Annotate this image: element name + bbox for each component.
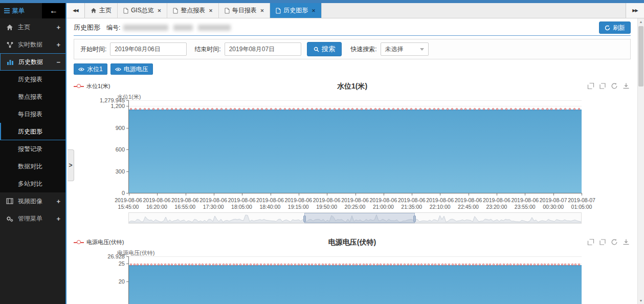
data-point-marker: [332, 264, 334, 266]
scroll-up-icon[interactable]: ▲: [638, 18, 644, 25]
data-point-marker: [139, 108, 141, 110]
data-point-marker: [431, 264, 433, 266]
x-axis-tick: [186, 193, 186, 196]
data-point-marker: [287, 264, 290, 266]
submenu-item-history-graph[interactable]: 历史图形: [0, 123, 65, 140]
restore-icon[interactable]: [611, 82, 618, 90]
sidebar-item-home[interactable]: 主页 +: [0, 18, 65, 36]
tab-home[interactable]: 主页: [85, 3, 118, 18]
submenu-item-hourly-report[interactable]: 整点报表: [0, 88, 65, 105]
data-point-marker: [424, 264, 426, 266]
refresh-button[interactable]: 刷新: [599, 21, 631, 34]
end-time-input[interactable]: [225, 42, 301, 56]
refresh-icon: [605, 25, 610, 31]
save-image-icon[interactable]: [623, 82, 630, 90]
data-point-marker: [178, 264, 180, 266]
data-point-marker: [352, 264, 354, 266]
data-point-marker: [560, 108, 562, 110]
datazoom-left-handle[interactable]: [303, 215, 306, 222]
x-axis-tick: [356, 193, 356, 196]
vertical-scrollbar[interactable]: ▲ ▼: [637, 18, 644, 304]
save-image-icon[interactable]: [623, 238, 630, 246]
submenu-item-data-compare[interactable]: 数据对比: [0, 158, 65, 175]
datazoom-slider[interactable]: [128, 212, 582, 224]
toggle-series-voltage-button[interactable]: 电源电压: [110, 63, 153, 75]
data-point-marker: [447, 108, 449, 110]
area-zoom-icon[interactable]: [587, 82, 594, 90]
x-axis-tick-label: 2019-08-0621:35:00: [398, 197, 426, 210]
sidebar-item-video[interactable]: 视频图像 +: [0, 192, 65, 210]
submenu-item-history-report[interactable]: 历史报表: [0, 71, 65, 88]
gridline: [129, 256, 582, 257]
toggle-series-water-level-button[interactable]: 水位1: [74, 63, 107, 75]
close-icon[interactable]: ✕: [260, 8, 264, 13]
submenu-item-multistation-compare[interactable]: 多站对比: [0, 175, 65, 192]
data-point-marker: [534, 264, 536, 266]
tab-history-graph[interactable]: 历史图形 ✕: [270, 3, 322, 18]
data-point-marker: [356, 108, 358, 110]
chart-legend-item[interactable]: 电源电压(伏特): [74, 238, 124, 246]
data-point-marker: [297, 108, 299, 110]
data-point-marker: [243, 264, 245, 266]
search-button[interactable]: 搜索: [307, 42, 342, 56]
series-area-fill: [129, 265, 582, 304]
data-point-marker: [387, 264, 389, 266]
quick-search-select[interactable]: 未选择: [381, 42, 429, 56]
x-axis-tick-label: 2019-08-0622:45:00: [455, 197, 482, 210]
data-point-marker: [578, 264, 580, 266]
zoom-reset-icon[interactable]: [599, 82, 606, 90]
tab-bar: ◀◀ 主页 GIS总览 ✕ 整点报表 ✕ 每日报表 ✕: [66, 3, 644, 18]
sidebar-expand-handle[interactable]: >: [68, 149, 74, 181]
data-point-marker: [433, 108, 435, 110]
submenu-item-daily-report[interactable]: 每日报表: [0, 105, 65, 123]
data-point-marker: [499, 264, 501, 266]
chart-legend-item[interactable]: 水位1(米): [74, 82, 110, 90]
close-icon[interactable]: ✕: [209, 8, 213, 13]
data-point-marker: [144, 264, 146, 266]
data-point-marker: [573, 108, 575, 110]
data-point-marker: [293, 108, 295, 110]
submenu-item-alarm-records[interactable]: 报警记录: [0, 140, 65, 158]
close-icon[interactable]: ✕: [312, 8, 316, 13]
scroll-tabs-right-button[interactable]: ▶▶: [626, 3, 644, 18]
x-axis-tick: [327, 193, 327, 196]
start-time-input[interactable]: [110, 42, 187, 56]
restore-icon[interactable]: [611, 238, 618, 246]
datazoom-window[interactable]: [304, 213, 415, 223]
tab-gis-overview[interactable]: GIS总览 ✕: [118, 3, 167, 18]
sidebar-item-realtime-data[interactable]: 实时数据 +: [0, 36, 65, 53]
x-axis-tick: [299, 193, 299, 196]
sidebar-brand-label: 菜单: [12, 7, 25, 15]
data-point-marker: [298, 264, 300, 266]
data-point-marker: [294, 264, 296, 266]
data-point-marker: [211, 108, 213, 110]
sidebar-item-label: 实时数据: [18, 40, 42, 49]
zoom-reset-icon[interactable]: [599, 238, 606, 246]
data-point-marker: [383, 264, 385, 266]
x-axis-tick: [525, 193, 525, 196]
data-point-marker: [238, 108, 240, 110]
datazoom-right-handle[interactable]: [413, 215, 416, 222]
scroll-down-icon[interactable]: ▼: [638, 297, 644, 304]
plot-area[interactable]: 1,279.9451,2009006003000: [128, 100, 582, 193]
data-point-marker: [212, 264, 214, 266]
tab-daily-report[interactable]: 每日报表 ✕: [219, 3, 271, 18]
data-point-marker: [373, 264, 375, 266]
scrollbar-thumb[interactable]: [638, 26, 643, 86]
area-zoom-icon[interactable]: [587, 238, 594, 246]
scroll-tabs-left-button[interactable]: ◀◀: [66, 3, 85, 18]
data-point-marker: [174, 264, 176, 266]
close-icon[interactable]: ✕: [158, 8, 162, 13]
data-point-marker: [175, 108, 177, 110]
plot-area[interactable]: 26.9282520: [128, 256, 582, 304]
sidebar-item-history-data[interactable]: 历史数据 −: [0, 53, 65, 71]
data-point-marker: [517, 264, 519, 266]
page-icon: [225, 8, 230, 14]
main-area: ◀◀ 主页 GIS总览 ✕ 整点报表 ✕ 每日报表 ✕: [66, 3, 644, 304]
tab-hourly-report[interactable]: 整点报表 ✕: [167, 3, 219, 18]
legend-label: 电源电压(伏特): [86, 238, 124, 246]
data-point-marker: [462, 264, 464, 266]
data-point-marker: [347, 108, 349, 110]
sidebar-collapse-button[interactable]: ←: [42, 3, 65, 18]
sidebar-item-admin-menu[interactable]: 管理菜单 +: [0, 210, 65, 227]
